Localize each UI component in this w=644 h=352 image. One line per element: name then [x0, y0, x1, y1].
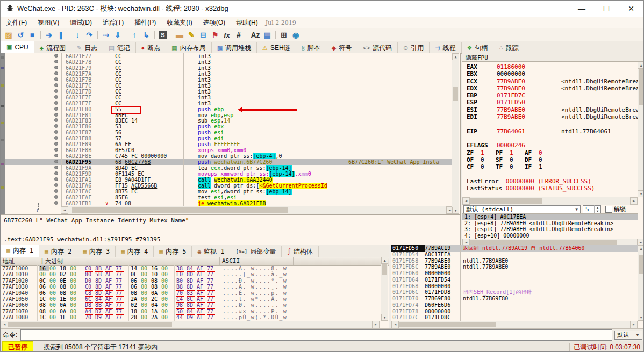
stack-row[interactable]: 0171FD6C0171FDD8指向SEH_Record[1]的指针: [391, 289, 638, 296]
breakpoint-dot[interactable]: [54, 95, 58, 99]
tab-dump1[interactable]: ▦内存 1: [1, 245, 39, 257]
register-line[interactable]: LastStatus 00000000 (STATUS_SUCCESS): [467, 185, 638, 192]
tab-调用堆栈[interactable]: ▩调用堆栈: [212, 42, 257, 53]
register-line[interactable]: OF0SF0DF0: [467, 156, 638, 163]
breakpoint-dot[interactable]: [54, 183, 58, 187]
stop-icon[interactable]: ■: [27, 30, 38, 40]
run-icon[interactable]: ➔: [44, 30, 54, 40]
menu-item-7[interactable]: 选项(O): [198, 17, 231, 28]
hex-byte[interactable]: 00: [70, 296, 80, 302]
disasm-address[interactable]: 6AD21F77: [61, 53, 102, 59]
hex-byte[interactable]: 00: [49, 308, 60, 314]
breakpoint-dot[interactable]: [54, 177, 58, 181]
disasm-address[interactable]: 6AD21F9D: [61, 171, 102, 177]
scroll-arrow-icon[interactable]: ◄: [61, 206, 68, 214]
scylla-icon[interactable]: S: [159, 31, 167, 39]
tab-源代码[interactable]: <>源代码: [357, 42, 398, 53]
registers-vscrollbar[interactable]: ▲▼: [638, 62, 644, 197]
scroll-thumb[interactable]: [399, 322, 496, 327]
scroll-thumb[interactable]: [8, 322, 172, 327]
scroll-thumb[interactable]: [639, 69, 643, 105]
disasm-address[interactable]: 6AD21F83: [61, 118, 102, 124]
scroll-arrow-icon[interactable]: ▲: [381, 257, 388, 264]
hex-byte[interactable]: 44: [176, 314, 184, 321]
disasm-address[interactable]: 6AD21F95: [61, 159, 102, 165]
modules-icon[interactable]: ▦: [262, 30, 273, 40]
scroll-thumb[interactable]: [639, 255, 643, 274]
tab-日志[interactable]: ✎日志: [71, 42, 103, 53]
spinner-arrows-icon[interactable]: ▲▼: [594, 205, 600, 213]
scroll-arrow-icon[interactable]: ►: [630, 197, 638, 205]
hex-byte[interactable]: 00: [70, 314, 80, 320]
disasm-row[interactable]: 6AD21FA1E8 9A04D1FFcall wechatwin.6AA324…: [5, 177, 453, 183]
strings-icon[interactable]: Az: [250, 30, 261, 40]
hex-byte[interactable]: 0A: [60, 308, 70, 314]
registers-hscrollbar[interactable]: ◄►: [462, 197, 638, 205]
tab-脚本[interactable]: §脚本: [296, 42, 326, 53]
disasm-row[interactable]: 6AD21FAC8B75 ECmov esi,dword ptr ss:[ebp…: [5, 189, 453, 195]
scroll-thumb[interactable]: [72, 207, 288, 213]
stack-row[interactable]: 0171FD7077B69F80ntdll.77B69F80: [391, 296, 638, 302]
hex-byte[interactable]: 00: [49, 271, 60, 277]
memory-row[interactable]: 77AF104006000800C88DAF7708000A007083AF77…: [1, 290, 380, 296]
disasm-address[interactable]: 6AD21F88: [61, 135, 102, 141]
menu-item-3[interactable]: 调试(D): [65, 17, 97, 28]
hex-byte[interactable]: 00: [49, 302, 60, 308]
unlock-checkbox[interactable]: [605, 206, 612, 213]
open-file-icon[interactable]: ▨: [3, 30, 14, 40]
breakpoint-dot[interactable]: [54, 101, 58, 105]
stack-row[interactable]: 0171FD6800000000: [391, 283, 638, 290]
tab-跟踪[interactable]: ∴跟踪: [493, 42, 524, 53]
breakpoint-dot[interactable]: [54, 83, 58, 87]
hex-byte[interactable]: 28: [131, 314, 141, 320]
close-button[interactable]: ✕: [619, 1, 643, 17]
hex-byte[interactable]: 08: [60, 290, 70, 296]
hex-byte[interactable]: 00: [161, 314, 171, 320]
disasm-address[interactable]: 6AD21F8E: [61, 153, 102, 159]
functions-icon[interactable]: fx: [221, 30, 232, 40]
stack-vscrollbar[interactable]: ▲▼: [638, 245, 644, 321]
hex-byte[interactable]: 00: [49, 278, 60, 284]
hex-byte[interactable]: 00: [70, 271, 80, 277]
hex-byte[interactable]: 08: [39, 308, 49, 314]
breakpoint-dot[interactable]: [54, 142, 58, 146]
disasm-row[interactable]: 6AD21F818BECmov ebp,esp: [5, 112, 453, 118]
step-over-icon[interactable]: ↷: [84, 30, 95, 40]
breakpoint-dot[interactable]: [54, 160, 58, 163]
scroll-thumb[interactable]: [453, 87, 458, 101]
hex-byte[interactable]: 00: [161, 296, 171, 302]
register-blank-line[interactable]: [467, 170, 638, 177]
scroll-arrow-icon[interactable]: ▲: [638, 62, 644, 69]
breakpoint-dot[interactable]: [54, 60, 58, 63]
memory-hscrollbar[interactable]: ◄►: [1, 321, 380, 328]
breakpoint-dot[interactable]: [54, 54, 58, 58]
hex-byte[interactable]: 77: [207, 314, 215, 321]
run-to-user-code-icon[interactable]: ⇢: [101, 30, 111, 40]
register-line[interactable]: EFLAGS00000246: [467, 142, 638, 149]
hex-byte[interactable]: 77: [116, 314, 124, 321]
disassembly-vscrollbar[interactable]: ▲▼: [452, 53, 459, 214]
scroll-thumb[interactable]: [382, 264, 387, 275]
hex-byte[interactable]: 00: [70, 278, 80, 284]
disasm-address[interactable]: 6AD21F86: [61, 124, 102, 130]
scroll-arrow-icon[interactable]: ▲: [452, 53, 459, 60]
register-line[interactable]: EDX77B9ABE0<ntdll.DbgUiRemoteBreakin>: [467, 85, 638, 92]
disasm-address[interactable]: 6AD21FA6: [61, 183, 102, 189]
hex-byte[interactable]: 00: [141, 265, 151, 271]
disasm-row[interactable]: 6AD21F7DCCint3: [5, 89, 453, 95]
disasm-row[interactable]: 6AD21F9A8D4D EClea ecx,dword ptr ss:[ebp…: [5, 165, 453, 171]
disasm-row[interactable]: 6AD21F8055push ebp: [5, 106, 453, 112]
tab-dump3[interactable]: ▦内存 3: [77, 246, 116, 257]
tab-cpu[interactable]: ▣CPU: [1, 41, 34, 53]
pause-icon[interactable]: ∥: [55, 30, 66, 40]
disasm-row[interactable]: 6AD21FA6FF15 ACD5566Bcall dword ptr ds:[…: [5, 183, 453, 189]
hex-byte[interactable]: D9: [95, 314, 103, 321]
disasm-row[interactable]: 6AD21F7ACCint3: [5, 71, 453, 77]
disassembly-hscrollbar[interactable]: ◄►: [61, 206, 454, 214]
hex-byte[interactable]: 08: [151, 278, 161, 284]
disasm-row[interactable]: 6AD21FB1∨74 08je wechatwin.6AD21FBB: [5, 200, 453, 206]
register-line[interactable]: EBX00000000: [467, 70, 638, 77]
memory-row[interactable]: 77AF10501C001E006C84AF772A002C00C48CAF77…: [1, 296, 380, 302]
register-line[interactable]: LastError 00000000 (ERROR_SUCCESS): [467, 178, 638, 185]
hex-byte[interactable]: 18: [60, 265, 70, 271]
